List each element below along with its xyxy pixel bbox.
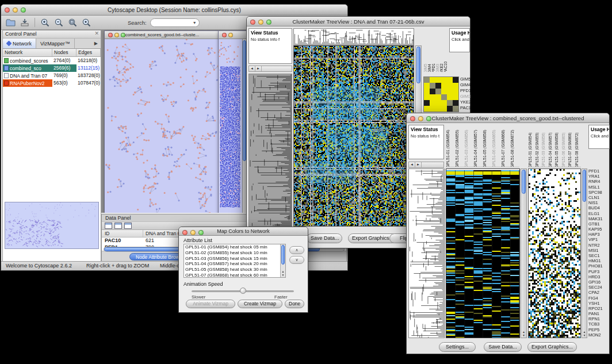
attribute-list-item[interactable]: GPL51-05 (GSM858) heat shock 30 min xyxy=(184,267,285,273)
minimize-button[interactable] xyxy=(114,33,119,37)
close-button[interactable] xyxy=(250,20,255,25)
gene-list-vscrollbar[interactable]: ▲▼ xyxy=(582,168,587,338)
save-data-button[interactable]: Save Data... xyxy=(484,342,522,352)
combined-heatmap-canvas[interactable] xyxy=(446,168,520,338)
minimize-button[interactable] xyxy=(228,33,233,37)
zoom-selected-icon[interactable] xyxy=(81,17,93,29)
scroll-track[interactable] xyxy=(262,66,292,71)
scrollbar-thumb[interactable] xyxy=(522,170,526,194)
save-data-button[interactable]: Save Data... xyxy=(307,233,342,243)
scrollbar-thumb[interactable] xyxy=(281,245,285,265)
tab-vizmapper[interactable]: VizMapper™ xyxy=(36,39,75,48)
zoom-fit-icon[interactable] xyxy=(67,17,79,29)
main-titlebar[interactable]: Cytoscape Desktop (Session Name: collins… xyxy=(1,5,347,16)
slider-thumb[interactable] xyxy=(240,288,246,294)
dense-network-canvas[interactable] xyxy=(219,39,242,213)
attribute-list-item[interactable]: GPL51-03 (GSM856) heat shock 15 min xyxy=(184,256,285,262)
heatmap-vscrollbar[interactable]: ▲▼ xyxy=(521,168,527,338)
network-list-row[interactable]: combined_sco2569(6)13112(15) xyxy=(3,64,101,72)
zoom-button[interactable] xyxy=(21,7,26,13)
matrix-cell xyxy=(441,77,447,83)
tab-network[interactable]: Network xyxy=(3,39,36,48)
close-button[interactable] xyxy=(222,33,227,37)
import-icon[interactable] xyxy=(18,17,30,29)
search-input[interactable]: ▼ xyxy=(150,18,200,27)
scrollbar-thumb[interactable] xyxy=(583,170,586,202)
minimize-button[interactable] xyxy=(13,7,18,13)
dna-heatmap-canvas[interactable] xyxy=(293,45,414,227)
attribute-list[interactable]: GPL51-01 (GSM854) heat shock 05 minGPL51… xyxy=(183,244,286,278)
scrollbar-arrows[interactable]: ▲▼ xyxy=(521,330,526,337)
cluster-heatmap-canvas[interactable] xyxy=(528,168,581,338)
create-vizmap-button[interactable]: Create Vizmap xyxy=(238,300,282,308)
combined-row-dendrogram[interactable] xyxy=(408,168,445,338)
network-doc-icon xyxy=(4,58,9,63)
close-panel-icon[interactable]: ✕ xyxy=(94,30,99,36)
zoom-button[interactable] xyxy=(198,230,204,235)
scroll-left-icon[interactable]: ◄ xyxy=(249,66,255,71)
close-button[interactable] xyxy=(108,33,113,37)
scroll-track[interactable] xyxy=(422,162,443,167)
attribute-list-vscrollbar[interactable]: ▲▼ xyxy=(280,244,285,277)
export-graphics-button[interactable]: Export Graphics... xyxy=(527,342,577,352)
done-button[interactable]: Done xyxy=(285,300,304,308)
scrollbar-arrows[interactable]: ▲▼ xyxy=(281,270,285,277)
dendrogram-hscrollbar[interactable]: ◄ ► xyxy=(248,66,292,72)
move-up-button[interactable]: ∧ xyxy=(289,246,304,254)
minimize-button[interactable] xyxy=(190,230,196,235)
network-window-titlebar[interactable]: combined_scores_good.txt--cluste... xyxy=(105,31,220,39)
settings-button[interactable]: Settings... xyxy=(439,342,476,352)
network-view-canvas[interactable] xyxy=(105,39,220,213)
birdseye-view[interactable] xyxy=(5,202,99,249)
scroll-right-icon[interactable]: ► xyxy=(255,66,262,71)
column-label: PFD1 xyxy=(431,29,435,72)
column-label: GPL51-01 (GSM854) xyxy=(446,126,450,167)
treeview-dna-titlebar[interactable]: ClusterMaker TreeView : DNA and Tran 07-… xyxy=(247,17,470,26)
close-button[interactable] xyxy=(410,116,415,121)
zoom-button[interactable] xyxy=(266,20,271,25)
table-icon[interactable] xyxy=(105,223,112,229)
scrollbar-arrows[interactable]: ▲▼ xyxy=(582,330,587,337)
attribute-list-item[interactable]: GPL51-02 (GSM855) heat shock 10 min xyxy=(184,250,285,256)
attribute-list-item[interactable]: GPL51-01 (GSM854) heat shock 05 min xyxy=(184,244,285,250)
tab-overflow-arrow-icon[interactable]: ▶ xyxy=(91,39,101,48)
network-name-cell: DNA and Tran 07 xyxy=(3,72,52,79)
network-list-row[interactable]: DNA and Tran 07769(0)183728(0) xyxy=(3,72,101,79)
new-attribute-icon[interactable] xyxy=(124,223,132,229)
faster-label: Faster xyxy=(274,294,288,300)
gene-label: SPC98 xyxy=(588,190,610,195)
open-folder-icon[interactable] xyxy=(5,17,17,29)
animation-speed-slider[interactable] xyxy=(192,287,294,295)
network-doc-icon xyxy=(4,73,9,78)
minimize-button[interactable] xyxy=(418,116,423,121)
zoom-button[interactable] xyxy=(426,116,431,121)
dialog-titlebar[interactable]: Map Colors to Network xyxy=(179,227,308,236)
minimize-button[interactable] xyxy=(258,20,263,25)
select-attributes-icon[interactable] xyxy=(114,223,122,229)
attribute-list-item[interactable]: GPL51-04 (GSM857) heat shock 20 min xyxy=(184,261,285,267)
network-list-row[interactable]: combined_scores2764(0)16218(0) xyxy=(3,57,101,64)
column-label: YKE2 xyxy=(439,29,443,72)
network-list-row[interactable]: RNAPuberNov2563(0)107847(0) xyxy=(3,79,101,87)
scroll-right-icon[interactable]: ► xyxy=(415,162,422,167)
tab-network-label: Network xyxy=(13,41,32,47)
scrollbar-thumb[interactable] xyxy=(416,47,420,83)
dendrogram-hscrollbar[interactable]: ◄ ► xyxy=(408,162,444,168)
close-button[interactable] xyxy=(182,230,188,235)
scroll-left-icon[interactable]: ◄ xyxy=(409,162,415,167)
move-down-button[interactable]: ∨ xyxy=(289,256,304,264)
search-label: Search: xyxy=(128,20,147,26)
vertical-scrollbar[interactable] xyxy=(242,39,246,213)
dna-column-dendrogram[interactable] xyxy=(293,28,414,45)
network-window-2-titlebar[interactable] xyxy=(219,31,246,39)
zoom-button[interactable] xyxy=(121,33,125,37)
column-label: GPL51-02 (GSM855) xyxy=(455,126,459,167)
zoom-out-icon[interactable] xyxy=(53,17,65,29)
header-id: ID xyxy=(102,230,143,237)
animate-vizmap-button[interactable]: Animate Vizmap xyxy=(186,300,235,308)
zoom-in-icon[interactable] xyxy=(39,17,51,29)
dna-row-dendrogram[interactable] xyxy=(248,74,292,227)
attribute-list-item[interactable]: GPL51-07 (GSM868) heat shock 60 min xyxy=(184,273,285,278)
close-button[interactable] xyxy=(5,7,10,13)
treeview-combined-titlebar[interactable]: ClusterMaker TreeView : combined_scores_… xyxy=(407,113,609,123)
